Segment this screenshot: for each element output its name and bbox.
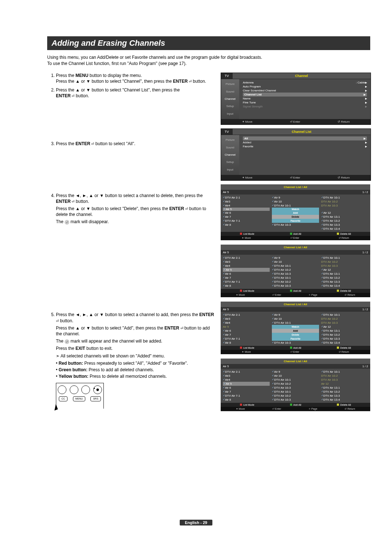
channel-cell: DTV Air 10-1 — [321, 370, 368, 374]
step-3: Press the ENTER button to select "All". — [56, 141, 214, 190]
channel-cell: DTV Air 13-4 — [321, 341, 368, 345]
step-1: Press the MENU button to display the men… — [56, 73, 214, 84]
channel-cell: Air 9 — [272, 370, 319, 374]
channel-cell: Air 5 — [223, 208, 270, 211]
tv-menu-row: Antenna: Cable — [243, 81, 367, 85]
channel-cell: DTV Air 10-3 — [321, 321, 368, 325]
channel-cell: Air 10 — [272, 200, 319, 204]
tv-menu-row: Favorite — [243, 144, 367, 148]
channel-cell — [272, 227, 319, 231]
channel-cell: Air3 — [223, 374, 270, 378]
channel-list-box: Channel List / AllAir 51 / 2DTV Air 2-1A… — [221, 184, 370, 240]
channel-cell: DTV Air 13-4 — [321, 398, 368, 402]
remote-illustration: CC MENU SRS — [56, 383, 104, 409]
channel-cell: DTV Air 2-1 — [223, 196, 270, 200]
channel-list-box: Channel List / AllAir 51 / 2DTV Air 2-1A… — [221, 302, 370, 354]
channel-cell: DTV Air 13-3 — [321, 280, 368, 284]
channel-cell: DTV Air 13-4 — [321, 284, 368, 288]
channel-cell: DTV Air 10-1 — [272, 264, 319, 268]
tv-menu-row: Auto Program — [243, 85, 367, 89]
channel-cell: DTV Air 13-1 — [321, 386, 368, 390]
channel-cell: DTV Air 10-1 — [321, 256, 368, 260]
channel-cell: DTV Air 10-2 — [321, 374, 368, 378]
channel-cell: Air 9 — [272, 196, 319, 200]
page-number: English - 29 — [180, 520, 212, 525]
step-4: Press the ◄, ►, ▲ or ▼ button to select … — [56, 193, 214, 310]
channel-cell: DTV Air 10-1 — [321, 313, 368, 317]
channel-cell: Favorite — [272, 219, 319, 223]
channel-cell: DTV Air 13-3 — [321, 337, 368, 341]
channel-cell: Air 8 — [223, 284, 270, 288]
channel-cell: Air 10 — [272, 260, 319, 264]
tv-side-tab: Setup — [226, 105, 234, 108]
channel-cell: Air 5 — [223, 268, 270, 272]
tv-menu-row: Channel List — [243, 93, 367, 97]
channel-cell: DTV Air 13-4 — [321, 227, 368, 231]
check-icon: ✓ — [65, 220, 69, 225]
channel-cell: Air4 — [223, 378, 270, 382]
channel-cell: DTV Air 13-1 — [321, 329, 368, 333]
channel-cell: DTV Air 2-1 — [223, 370, 270, 374]
tv-side-tab: Picture — [226, 138, 235, 142]
channel-cell: Air 7 — [223, 390, 270, 394]
intro-line-2: To use the Channel List function, first … — [47, 61, 187, 66]
channel-cell: DTV Air 10-1 — [272, 276, 319, 280]
channel-cell: Delete — [272, 333, 319, 337]
channel-cell: Air4 — [223, 321, 270, 325]
tv-side-tab: Picture — [226, 82, 235, 86]
channel-cell: Watch — [272, 208, 319, 211]
channel-cell: Air 7 — [223, 333, 270, 337]
tv-menu-channel-list: TVChannel List PictureSoundChannelSetupI… — [221, 128, 371, 181]
step-2: Press the ▲ or ▼ button to select "Chann… — [56, 87, 214, 139]
channel-cell: DTV Air 7-1 — [223, 337, 270, 341]
channel-cell: Delete — [272, 215, 319, 219]
channel-cell: DTV Air 13-3 — [321, 223, 368, 227]
channel-cell: DTV Air 10-1 — [321, 196, 368, 200]
channel-cell: DTV Air 10-3 — [321, 378, 368, 382]
channel-cell: DTV Air 10-2 — [272, 382, 319, 386]
channel-cell: DTV Air 10-3 — [321, 204, 368, 208]
tv-menu-row: Fine Tune — [243, 101, 367, 105]
channel-cell: Air 5 — [223, 382, 270, 386]
channel-cell: Air 5 — [223, 325, 270, 329]
tv-menu-row: All — [243, 136, 367, 140]
channel-cell: Favorite — [272, 337, 319, 341]
tv-menu-row: Clear Scrambled Channel — [243, 89, 367, 93]
channel-cell: Air 6 — [223, 272, 270, 276]
channel-cell: Air 6 — [223, 386, 270, 390]
channel-cell: DTV Air 13-2 — [321, 333, 368, 337]
channel-cell: DTV Air 13-2 — [321, 390, 368, 394]
channel-cell: DTV Air 10-2 — [272, 268, 319, 272]
channel-cell: DTV Air 7-1 — [223, 219, 270, 223]
channel-cell: DTV Air 10-2 — [272, 394, 319, 398]
channel-list-box: Channel List / AllAir 51 / 2DTV Air 2-1A… — [221, 359, 370, 411]
channel-cell: Air 10 — [272, 374, 319, 378]
channel-cell: Air 12 — [321, 211, 368, 215]
channel-cell: DTV Air 7-1 — [223, 394, 270, 398]
tv-side-tab: Input — [227, 168, 233, 171]
channel-cell: DTV Air 10-1 — [272, 378, 319, 382]
channel-cell: DTV Air 10-3 — [272, 386, 319, 390]
channel-cell: DTV Air 2-1 — [223, 313, 270, 317]
channel-cell: DTV Air 13-3 — [321, 394, 368, 398]
tv-side-tab: Sound — [226, 146, 234, 149]
channel-cell: DTV Air 10-2 — [321, 260, 368, 264]
tv-menu-row: Name — [243, 97, 367, 101]
channel-cell: DTV Air 10-3 — [272, 272, 319, 276]
channel-cell: DTV Air 10-2 — [321, 317, 368, 321]
channel-cell — [321, 208, 368, 211]
channel-cell: Air 10 — [272, 317, 319, 321]
tv-menu-channel: TVChannel PictureSoundChannelSetupInput … — [221, 73, 371, 125]
channel-cell: Air 12 — [321, 268, 368, 272]
channel-cell: DTV Air 13-2 — [321, 219, 368, 223]
channel-cell: Air 8 — [223, 223, 270, 227]
check-icon: ✓ — [65, 339, 69, 344]
channel-cell: DTV Air 10-3 — [272, 223, 319, 227]
channel-cell: DTV Air 10-1 — [272, 321, 319, 325]
channel-cell: Air 8 — [223, 341, 270, 345]
channel-cell: DTV Air 13-1 — [321, 215, 368, 219]
channel-cell: DTV Air 10-3 — [321, 264, 368, 268]
tv-side-tab: Setup — [226, 160, 234, 164]
channel-cell: DTV Air 10-1 — [272, 204, 319, 208]
channel-cell: DTV Air 10-2 — [321, 200, 368, 204]
